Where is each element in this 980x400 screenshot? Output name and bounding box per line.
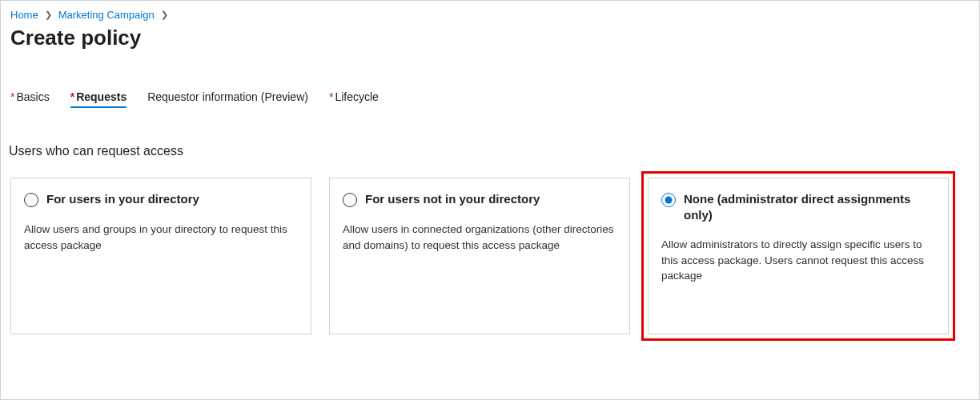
required-asterisk: * — [329, 90, 333, 103]
radio-button[interactable] — [661, 193, 676, 207]
card-title: For users not in your directory — [365, 191, 540, 207]
tab-requestor-info[interactable]: Requestor information (Preview) — [147, 90, 308, 108]
card-header: None (administrator direct assignments o… — [661, 191, 935, 222]
card-title: For users in your directory — [46, 191, 199, 207]
page-container: Home ❯ Marketing Campaign ❯ Create polic… — [0, 0, 980, 400]
radio-button[interactable] — [343, 193, 357, 207]
breadcrumb: Home ❯ Marketing Campaign ❯ — [10, 9, 970, 21]
tab-requests[interactable]: *Requests — [70, 90, 127, 108]
card-option-in-directory[interactable]: For users in your directory Allow users … — [10, 178, 311, 334]
card-option-not-in-directory[interactable]: For users not in your directory Allow us… — [329, 178, 630, 334]
card-header: For users not in your directory — [343, 191, 617, 207]
radio-button[interactable] — [24, 193, 38, 207]
card-option-none[interactable]: None (administrator direct assignments o… — [648, 178, 949, 334]
tabs: *Basics *Requests Requestor information … — [10, 90, 970, 108]
tab-label: Lifecycle — [335, 90, 378, 103]
tab-label: Requests — [76, 90, 127, 103]
required-asterisk: * — [70, 90, 74, 103]
tab-label: Basics — [16, 90, 49, 103]
section-title: Users who can request access — [9, 144, 970, 158]
card-title: None (administrator direct assignments o… — [684, 191, 935, 222]
radio-card-group: For users in your directory Allow users … — [10, 178, 970, 334]
card-description: Allow users in connected organizations (… — [343, 222, 617, 253]
tab-label: Requestor information (Preview) — [147, 90, 308, 103]
tab-lifecycle[interactable]: *Lifecycle — [329, 90, 379, 108]
page-title: Create policy — [10, 26, 970, 50]
breadcrumb-link-home[interactable]: Home — [10, 9, 38, 21]
tab-basics[interactable]: *Basics — [10, 90, 50, 108]
card-description: Allow administrators to directly assign … — [661, 237, 935, 284]
chevron-right-icon: ❯ — [45, 10, 52, 20]
breadcrumb-link-campaign[interactable]: Marketing Campaign — [58, 9, 155, 21]
chevron-right-icon: ❯ — [161, 10, 168, 20]
card-header: For users in your directory — [24, 191, 298, 207]
required-asterisk: * — [10, 90, 14, 103]
card-description: Allow users and groups in your directory… — [24, 222, 298, 253]
